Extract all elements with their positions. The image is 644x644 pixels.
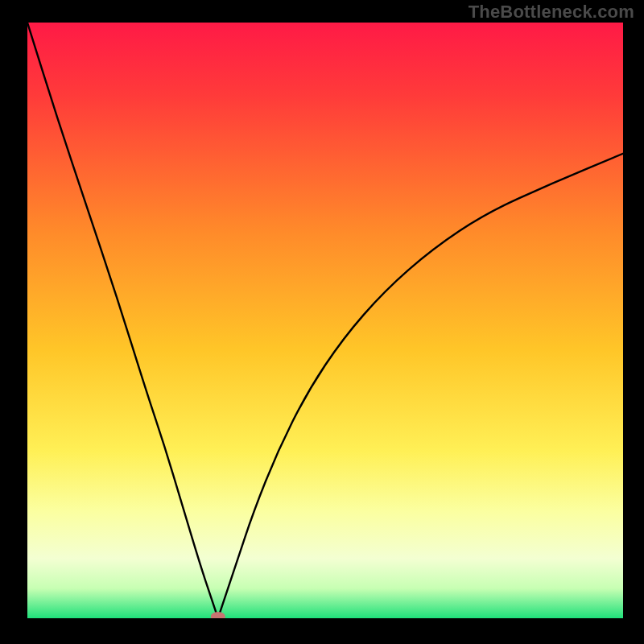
plot-area	[27, 23, 623, 618]
plot-svg	[27, 23, 623, 618]
watermark-label: TheBottleneck.com	[469, 2, 634, 23]
chart-frame: TheBottleneck.com	[0, 0, 644, 644]
gradient-background	[27, 23, 623, 618]
